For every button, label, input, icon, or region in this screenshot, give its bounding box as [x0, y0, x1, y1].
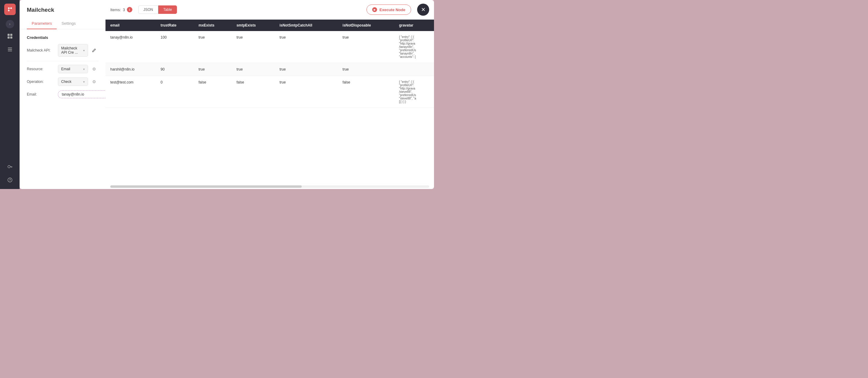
svg-rect-6 — [10, 34, 12, 36]
cell-trustrate: 0 — [156, 76, 194, 108]
operation-label: Operation: — [27, 80, 56, 84]
right-panel: Items: 3 i JSON Table ▶ Execute Node ✕ e… — [105, 0, 434, 189]
modal: Mailcheck Parameters Settings Credential… — [20, 0, 434, 189]
sidebar: › ? — [0, 0, 20, 189]
key-icon[interactable] — [4, 161, 16, 172]
cell-isnotdisposable: true — [338, 31, 394, 63]
operation-field: Operation: Check ▾ ⚙ — [27, 77, 98, 86]
resource-label: Resource: — [27, 67, 56, 71]
col-mxexists: mxExists — [194, 20, 232, 31]
horizontal-scrollbar[interactable] — [110, 185, 429, 188]
cell-smtpexists: true — [232, 63, 275, 76]
zoom-controls: ⊕ ⊖ — [23, 177, 41, 185]
items-label: Items: 3 i — [110, 7, 132, 12]
resource-control: Email ▾ ⚙ — [58, 65, 98, 73]
zoom-in-button[interactable]: ⊕ — [23, 177, 31, 185]
cell-isnotdisposable: false — [338, 76, 394, 108]
col-email: email — [105, 20, 156, 31]
cell-mxexists: true — [194, 63, 232, 76]
svg-point-1 — [10, 7, 12, 9]
svg-rect-9 — [8, 48, 12, 48]
view-toggle: JSON Table — [138, 5, 177, 14]
email-control: ⚙ — [58, 90, 105, 99]
close-button[interactable]: ✕ — [417, 4, 429, 16]
cell-mxexists: true — [194, 31, 232, 63]
table-view-button[interactable]: Table — [158, 5, 177, 14]
modal-title: Mailcheck — [20, 0, 105, 18]
operation-gear-button[interactable]: ⚙ — [90, 77, 98, 86]
cell-email: tanay@n8n.io — [105, 31, 156, 63]
sidebar-toggle[interactable]: › — [6, 20, 14, 28]
chevron-down-icon: ▾ — [83, 49, 85, 52]
resource-select[interactable]: Email ▾ — [58, 65, 88, 73]
mailcheck-api-select[interactable]: Mailcheck API Cre ... ▾ — [58, 44, 88, 57]
resource-gear-button[interactable]: ⚙ — [90, 65, 98, 73]
cell-email: test@test.com — [105, 76, 156, 108]
operation-control: Check ▾ ⚙ — [58, 77, 98, 86]
panel-body: Credentials Mailcheck API: Mailcheck API… — [20, 29, 105, 109]
col-isnotdisposable: isNotDisposable — [338, 20, 394, 31]
col-gravatar: gravatar — [394, 20, 434, 31]
tab-settings[interactable]: Settings — [57, 18, 81, 29]
col-trustrate: trustRate — [156, 20, 194, 31]
cell-isnotdisposable: true — [338, 63, 394, 76]
left-panel: Mailcheck Parameters Settings Credential… — [20, 0, 105, 189]
help-icon[interactable]: ? — [4, 175, 16, 185]
email-field: Email: ⚙ — [27, 90, 98, 99]
mailcheck-api-value: Mailcheck API Cre ... — [61, 46, 83, 55]
email-input[interactable] — [58, 90, 105, 98]
col-isnotsmtpcatchall: isNotSmtpCatchAll — [275, 20, 338, 31]
svg-rect-8 — [10, 36, 12, 39]
cell-smtpexists: true — [232, 31, 275, 63]
svg-point-0 — [8, 7, 9, 9]
json-view-button[interactable]: JSON — [138, 5, 158, 14]
svg-rect-5 — [7, 34, 10, 36]
mailcheck-api-control: Mailcheck API Cre ... ▾ — [58, 44, 98, 57]
cell-email: harshil@n8n.io — [105, 63, 156, 76]
svg-point-12 — [8, 165, 10, 168]
scrollbar-thumb[interactable] — [110, 185, 302, 188]
table-row: tanay@n8n.io100truetruetruetrue{ "entry"… — [105, 31, 434, 63]
cell-mxexists: false — [194, 76, 232, 108]
table-body: tanay@n8n.io100truetruetruetrue{ "entry"… — [105, 31, 434, 108]
svg-rect-10 — [8, 49, 12, 50]
resource-field: Resource: Email ▾ ⚙ — [27, 65, 98, 73]
nodes-icon[interactable] — [4, 31, 16, 41]
info-badge: i — [127, 7, 132, 12]
edit-api-button[interactable] — [90, 46, 98, 55]
operation-value: Check — [61, 80, 71, 84]
cell-isnotsmtpcatchall: true — [275, 76, 338, 108]
chevron-down-icon: ▾ — [83, 67, 85, 71]
cell-gravatar: { "entry": [ { "profileUrl": "http://gra… — [394, 76, 434, 108]
divider — [27, 61, 98, 61]
email-label: Email: — [27, 92, 56, 96]
table-row: harshil@n8n.io90truetruetruetrue — [105, 63, 434, 76]
panel-tabs: Parameters Settings — [20, 18, 105, 29]
resource-value: Email — [61, 67, 70, 71]
svg-point-2 — [8, 10, 9, 11]
list-icon[interactable] — [4, 44, 16, 55]
execute-node-button[interactable]: ▶ Execute Node — [367, 4, 411, 15]
table-header: email trustRate mxExists smtpExists isNo… — [105, 20, 434, 31]
svg-rect-7 — [7, 36, 10, 39]
operation-select[interactable]: Check ▾ — [58, 77, 88, 86]
credentials-section-title: Credentials — [27, 35, 98, 40]
cell-smtpexists: false — [232, 76, 275, 108]
mailcheck-api-field: Mailcheck API: Mailcheck API Cre ... ▾ — [27, 44, 98, 57]
col-smtpexists: smtpExists — [232, 20, 275, 31]
cell-gravatar — [394, 63, 434, 76]
app-logo — [4, 4, 16, 15]
table-container[interactable]: email trustRate mxExists smtpExists isNo… — [105, 20, 434, 184]
chevron-down-icon: ▾ — [83, 80, 85, 84]
table-row: test@test.com0falsefalsetruefalse{ "entr… — [105, 76, 434, 108]
svg-text:?: ? — [9, 179, 10, 182]
cell-gravatar: { "entry": [ { "profileUrl": "http://gra… — [394, 31, 434, 63]
svg-rect-11 — [8, 51, 12, 51]
cell-isnotsmtpcatchall: true — [275, 63, 338, 76]
play-icon: ▶ — [372, 7, 377, 12]
output-header: Items: 3 i JSON Table ▶ Execute Node ✕ — [105, 0, 434, 20]
cell-trustrate: 90 — [156, 63, 194, 76]
zoom-out-button[interactable]: ⊖ — [32, 177, 41, 185]
tab-parameters[interactable]: Parameters — [27, 18, 57, 29]
cell-trustrate: 100 — [156, 31, 194, 63]
